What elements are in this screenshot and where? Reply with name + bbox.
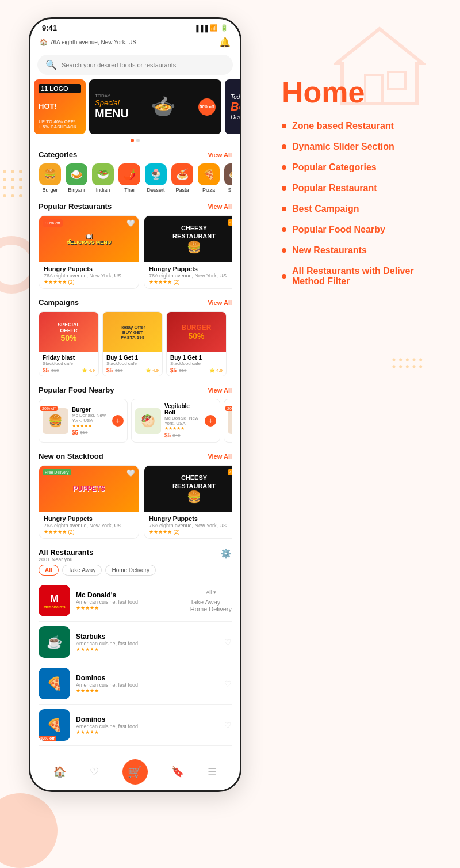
new-rest-view-all[interactable]: View All: [208, 453, 232, 460]
battery-icon: 🔋: [220, 24, 228, 32]
camp-card-1[interactable]: SPECIALOFFER 50% Friday blast Stackfood …: [39, 311, 99, 376]
nav-menu[interactable]: ☰: [208, 766, 217, 778]
new-rest-card-2[interactable]: CHEESYRESTAURANT 🍔 4.0% Hungry Puppets 7…: [144, 465, 232, 539]
dominos-cuisine: American cuisine, fast food: [76, 682, 218, 688]
cat-pizza[interactable]: 🍕 Pizza: [197, 163, 220, 193]
camp-img-3: BURGER 50%: [167, 312, 226, 352]
cat-burger[interactable]: 🍔 Burger: [39, 163, 62, 193]
camp-card-2[interactable]: Today OfferBUY GETPASTA 199 Buy 1 Get 1 …: [102, 311, 163, 376]
dot-2[interactable]: [136, 139, 140, 142]
camp-info-3: Buy 1 Get 1 Stackfood cafe $5 $10 ⭐ 4.9: [167, 352, 226, 376]
feature-categories-text: Popular Categories: [292, 162, 377, 173]
nav-bookmarks[interactable]: 🔖: [171, 766, 184, 778]
filter-takeway[interactable]: Take Away: [62, 565, 102, 576]
bullet-slider: [282, 144, 286, 149]
rest-list-dominos[interactable]: 🍕 Dominos American cuisine, fast food ★★…: [39, 663, 232, 705]
feature-restaurant: Popular Restaurant: [282, 183, 443, 193]
new-rest-name-2: Hungry Puppets: [149, 515, 232, 522]
cat-dessert[interactable]: 🍨 Dessert: [144, 163, 167, 193]
new-heart-1[interactable]: 🤍: [126, 469, 135, 477]
campaigns-view-all[interactable]: View All: [208, 299, 232, 306]
food-name-2: Vegitable Roll: [164, 403, 201, 416]
filter-button[interactable]: ⚙️: [220, 548, 232, 559]
cat-pasta[interactable]: 🍝 Pasta: [171, 163, 194, 193]
nav-favorites[interactable]: ♡: [90, 766, 99, 778]
starbucks-heart[interactable]: ♡: [224, 638, 232, 647]
svg-point-7: [19, 178, 22, 181]
starbucks-cuisine: American cuisine, fast food: [76, 641, 218, 646]
popular-food-header: Popular Food Nearby View All: [39, 386, 232, 394]
svg-point-22: [413, 365, 416, 368]
banner-best-deal: Deal!: [231, 113, 240, 120]
cat-pizza-icon: 🍕: [198, 163, 220, 185]
filter-delivery[interactable]: Home Delivery: [105, 565, 156, 576]
new-rest-card-1[interactable]: PUPPETS Free Delivery 🤍 Hungry Puppets 7…: [39, 465, 139, 539]
notification-icon[interactable]: 🔔: [219, 37, 231, 48]
search-bar[interactable]: 🔍: [37, 55, 233, 75]
food-card-3[interactable]: 🍔 20% off Burger Mc Donald, New York, US…: [224, 399, 232, 443]
dominos2-logo: 🍕 33% off: [39, 709, 70, 741]
cat-thai[interactable]: 🌶️ Thai: [118, 163, 141, 193]
feature-zone-text: Zone based Restaurant: [292, 121, 394, 131]
new-rest-stars-2: ★★★★★ (2): [149, 529, 232, 535]
heart-1[interactable]: 🤍: [126, 219, 135, 227]
food-card-2[interactable]: 🥙 Vegitable Roll Mc Donald, New York, US…: [131, 399, 220, 443]
home-title: Home: [282, 75, 443, 109]
banner-best-todays: Today's: [231, 94, 240, 100]
dominos2-heart[interactable]: ♡: [224, 721, 232, 730]
nav-home[interactable]: 🏠: [53, 766, 66, 778]
rest-card-1[interactable]: 🍽️ ɗELICIOUS MENU 30% off 🤍 Hungry Puppe…: [39, 215, 139, 289]
rest-card-1-addr: 76A eighth avenue, New York, US: [44, 273, 134, 279]
dominos2-stars: ★★★★★: [76, 729, 218, 735]
filter-dropdown[interactable]: All ▾: [206, 589, 216, 595]
food-name-1: Burger: [72, 406, 109, 413]
food-card-1[interactable]: 🍔 20% off Burger Mc Donald, New York, US…: [39, 399, 128, 443]
rest-card-2-addr: 76A eighth avenue, New York, US: [149, 273, 232, 279]
camp-name-3: Buy 1 Get 1: [170, 355, 223, 361]
svg-point-11: [3, 194, 6, 197]
hot-label: 11 LOGO: [39, 84, 81, 93]
cat-snaks[interactable]: 🧆 Snaks: [224, 163, 232, 193]
camp-card-3[interactable]: BURGER 50% Buy 1 Get 1 Stackfood cafe $5…: [166, 311, 227, 376]
new-rest-card-2-info: Hungry Puppets 76A eighth avenue, New Yo…: [144, 512, 232, 538]
campaigns-header: Campaigns View All: [39, 298, 232, 307]
rest-list-mcdonalds[interactable]: M Mcdonald's Mc Donald's American cuisin…: [39, 580, 232, 622]
rest-list-dominos2[interactable]: 🍕 33% off Dominos American cuisine, fast…: [39, 705, 232, 746]
cat-indian[interactable]: 🥗 Indian: [91, 163, 114, 193]
svg-point-13: [19, 194, 22, 197]
rest-list-starbucks[interactable]: ☕ Starbuks American cuisine, fast food ★…: [39, 622, 232, 663]
categories-view-all[interactable]: View All: [208, 151, 232, 158]
popular-rest-header: Popular Restaurants View All: [39, 202, 232, 211]
categories-header: Categories View All: [39, 150, 232, 159]
cheesy-label: CHEESYRESTAURANT: [172, 224, 216, 241]
cat-biriyani[interactable]: 🍛 Biriyani: [65, 163, 88, 193]
badge-off-1: 30% off: [43, 219, 63, 227]
feature-new-rest: New Restaurants: [282, 245, 443, 256]
food-badge-3: 20% off: [225, 406, 232, 411]
popular-rest-row: 🍽️ ɗELICIOUS MENU 30% off 🤍 Hungry Puppe…: [39, 215, 232, 289]
cat-snaks-icon: 🧆: [224, 163, 232, 185]
mcdonalds-options: Take AwayHome Delivery: [190, 599, 232, 612]
popular-food-section: Popular Food Nearby View All 🍔 20% off B…: [30, 381, 240, 447]
badge-40-2: 4.0%: [228, 469, 232, 475]
search-input[interactable]: [62, 62, 225, 68]
feature-slider: Dynamic Slider Section: [282, 142, 443, 152]
bullet-food-nearby: [282, 227, 286, 232]
dominos2-info: Dominos American cuisine, fast food ★★★★…: [76, 715, 218, 735]
popular-rest-view-all[interactable]: View All: [208, 203, 232, 210]
filter-all[interactable]: All: [39, 565, 59, 576]
feature-campaign-text: Best Campaign: [292, 204, 359, 214]
nav-cart[interactable]: 🛒: [122, 759, 148, 785]
rest-card-1-img: 🍽️ ɗELICIOUS MENU 30% off 🤍: [39, 216, 139, 262]
camp-price-val-2: $5: [106, 367, 113, 374]
signal-icon: ▐▐▐: [194, 25, 208, 32]
new-rest-row: PUPPETS Free Delivery 🤍 Hungry Puppets 7…: [39, 465, 232, 539]
add-btn-2[interactable]: +: [205, 415, 216, 427]
feature-categories: Popular Categories: [282, 162, 443, 173]
rest-card-2[interactable]: CHEESYRESTAURANT 🍔 4.0% Hungry Puppets 7…: [144, 215, 232, 289]
add-btn-1[interactable]: +: [112, 415, 124, 427]
feature-list: Zone based Restaurant Dynamic Slider Sec…: [282, 121, 443, 287]
dot-1[interactable]: [131, 139, 134, 142]
popular-food-view-all[interactable]: View All: [208, 387, 232, 394]
dominos-heart[interactable]: ♡: [224, 679, 232, 688]
